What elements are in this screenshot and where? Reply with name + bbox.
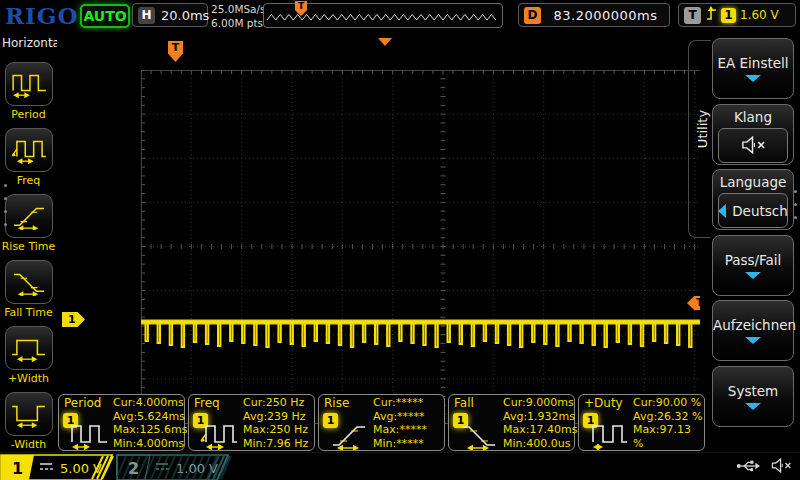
rise-time-icon <box>328 420 370 454</box>
measurement-stat: Max97.13 % <box>633 423 704 450</box>
menu-item-value-box[interactable]: Deutsch <box>718 193 788 228</box>
svg-text:5.00 V: 5.00 V <box>60 461 102 476</box>
sidebar-item-label: Fall Time <box>0 306 57 319</box>
trigger-window-marker-icon <box>378 38 392 46</box>
sample-rate: 25.0MSa/s <box>211 2 266 16</box>
measurement-name: Rise <box>324 396 349 410</box>
measurement-stat: Min400.0us <box>503 437 577 451</box>
speaker-muted-icon[interactable] <box>718 128 788 163</box>
measurement-stat: Avg5.624ms <box>113 410 187 424</box>
pos-duty-icon <box>588 420 630 454</box>
menu-item-label: EA Einstell <box>713 55 793 71</box>
measurement-cell-fall[interactable]: Fall1Cur9.000msAvg1.932msMax17.40msMin40… <box>448 394 575 451</box>
run-status-badge: AUTO <box>80 4 130 28</box>
measurement-name: Freq <box>194 396 220 410</box>
measure-sidebar: Horizontal PeriodFreqRise TimeFall Time+… <box>0 32 57 452</box>
menu-item-label: Pass/Fail <box>713 252 793 268</box>
measurement-stat: Avg26.32 % <box>633 410 704 424</box>
measurement-stat: Max250 Hz <box>243 423 308 437</box>
trigger-source-badge: 1 <box>721 8 736 23</box>
freq-icon <box>198 420 240 454</box>
delay-box[interactable]: D 83.2000000ms <box>518 3 670 27</box>
chevron-down-icon <box>745 272 761 279</box>
channel1-tab[interactable]: 1 5.00 V <box>0 454 118 480</box>
menu-item-system[interactable]: System <box>712 366 794 427</box>
sidebar-item-label: Freq <box>0 174 57 187</box>
freq-icon <box>5 128 53 172</box>
rise-time-icon <box>5 194 53 238</box>
measurement-stat: Avg***** <box>373 410 427 424</box>
horizontal-badge: H <box>138 7 155 24</box>
trigger-box[interactable]: T 1 1.60 V <box>678 3 796 27</box>
status-icons <box>736 457 792 478</box>
sidebar-item-freq[interactable]: Freq <box>0 128 57 187</box>
sidebar-item-width[interactable]: -Width <box>0 392 57 451</box>
acquisition-info: 25.0MSa/s 6.00M pts <box>211 2 266 30</box>
channel2-tab[interactable]: 2 1.00 V <box>116 454 234 480</box>
sidebar-item-label: -Width <box>0 438 57 451</box>
measurement-stat: Avg1.932ms <box>503 410 577 424</box>
menu-item-ea-einstell[interactable]: EA Einstell <box>712 38 794 99</box>
measurement-name: Period <box>64 396 101 410</box>
measurement-stat: Min***** <box>373 437 427 451</box>
measurement-stat: Max17.40ms <box>503 423 577 437</box>
measurement-name: +Duty <box>584 396 623 410</box>
measurement-stat: Max125.6ms <box>113 423 187 437</box>
measurement-stat: Cur4.000ms <box>113 396 187 410</box>
menu-item-label: Language <box>713 174 793 190</box>
chevron-down-icon <box>745 75 761 82</box>
trigger-badge: T <box>684 7 701 24</box>
menu-item-aufzeichnen[interactable]: Aufzeichnen <box>712 300 794 361</box>
measurement-cell-duty[interactable]: +Duty1Cur90.00 %Avg26.32 %Max97.13 %Min1… <box>578 394 705 451</box>
horizontal-scale-box[interactable]: H 20.0ms <box>132 3 208 27</box>
svg-text:2: 2 <box>128 459 139 478</box>
speaker-muted-icon <box>770 457 792 478</box>
sidebar-item-label: +Width <box>0 372 57 385</box>
sidebar-item-label: Period <box>0 108 57 121</box>
menu-item-klang[interactable]: Klang <box>712 104 794 165</box>
measurement-stat: Cur***** <box>373 396 427 410</box>
chevron-down-icon <box>745 403 761 410</box>
graticule-grid <box>141 70 747 425</box>
timebase-value: 20.0ms <box>161 8 209 23</box>
top-status-bar: RIGOL AUTO H 20.0ms 25.0MSa/s 6.00M pts … <box>0 0 800 33</box>
measurement-cell-freq[interactable]: Freq1Cur250 HzAvg239 HzMax250 HzMin7.96 … <box>188 394 315 451</box>
sidebar-item-width[interactable]: +Width <box>0 326 57 385</box>
sidebar-item-fall-time[interactable]: Fall Time <box>0 260 57 319</box>
menu-item-label: System <box>713 383 793 399</box>
channel-status-bar: 1 5.00 V 2 1.00 V <box>0 452 800 480</box>
delay-value: 83.2000000ms <box>553 8 657 23</box>
menu-item-label: Aufzeichnen <box>713 317 793 333</box>
measurement-stat: Min4.000ms <box>113 437 187 451</box>
utility-tab-label: Utility <box>695 99 713 159</box>
period-icon <box>5 62 53 106</box>
fall-time-icon <box>458 420 500 454</box>
neg-width-icon <box>5 392 53 436</box>
usb-icon <box>736 458 760 477</box>
svg-text:1.00 V: 1.00 V <box>176 461 218 476</box>
measurement-stat: Cur250 Hz <box>243 396 308 410</box>
measurement-cell-period[interactable]: Period1Cur4.000msAvg5.624msMax125.6msMin… <box>58 394 185 451</box>
chevron-left-icon <box>718 204 726 218</box>
menu-item-label: Klang <box>713 109 793 125</box>
menu-item-pass-fail[interactable]: Pass/Fail <box>712 235 794 296</box>
graticule-area <box>57 32 702 452</box>
sidebar-item-period[interactable]: Period <box>0 62 57 121</box>
pos-width-icon <box>5 326 53 370</box>
measurement-stat: Min7.96 Hz <box>243 437 308 451</box>
measurement-stat: Avg239 Hz <box>243 410 308 424</box>
menu-item-language[interactable]: LanguageDeutsch <box>712 169 794 230</box>
period-icon <box>68 420 110 454</box>
sidebar-item-label: Rise Time <box>0 240 57 253</box>
delay-badge: D <box>524 7 541 24</box>
measurement-stat: Cur9.000ms <box>503 396 577 410</box>
measurement-stat: Max***** <box>373 423 427 437</box>
memory-depth: 6.00M pts <box>211 16 266 30</box>
menu-item-value: Deutsch <box>732 203 788 219</box>
measure-menu-title: Horizontal <box>2 36 63 50</box>
sidebar-item-rise-time[interactable]: Rise Time <box>0 194 57 253</box>
measurement-cell-rise[interactable]: Rise1Cur*****Avg*****Max*****Min***** <box>318 394 445 451</box>
fall-time-icon <box>5 260 53 304</box>
svg-text:1: 1 <box>12 459 23 478</box>
utility-menu: Utility EA EinstellKlang LanguageDeutsch… <box>700 32 800 452</box>
